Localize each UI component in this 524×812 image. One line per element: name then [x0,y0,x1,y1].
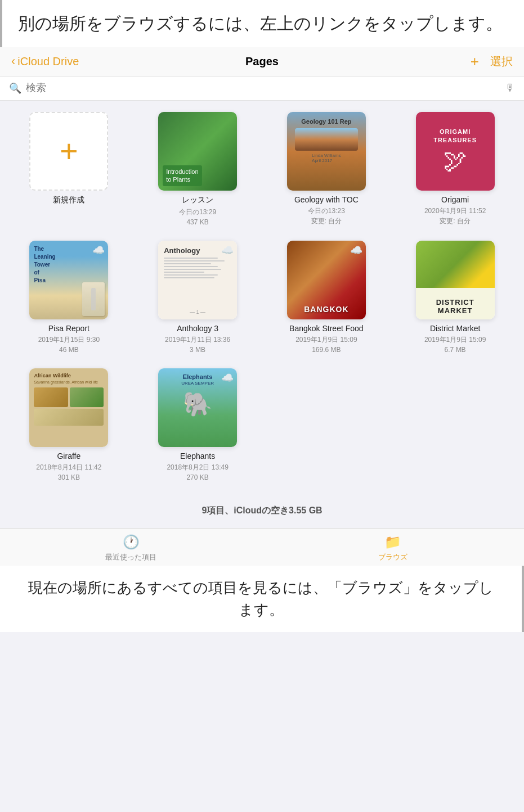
doc-title-anthology: Anthology 3 [177,324,218,333]
doc-title-lesson: レッスン [182,195,213,205]
doc-item-district[interactable]: DISTRICTMARKET District Market 2019年1月9日… [395,241,515,355]
doc-item-lesson[interactable]: Introductionto Plants レッスン 今日の13:29 437 … [138,112,258,227]
cloud-upload-icon-elephants: ☁️ [221,372,234,384]
doc-item-pisa[interactable]: TheLeaningTowerofPisa ☁️ Pisa Report 201… [9,241,129,355]
doc-meta-pisa: 2019年1月15日 9:30 46 MB [38,335,100,355]
doc-meta-origami: 2020年1月9日 11:52 変更: 自分 [424,206,486,226]
cloud-upload-icon-anthology: ☁️ [221,244,234,256]
doc-title-bangkok: Bangkok Street Food [289,324,364,333]
nav-actions: + 選択 [471,54,513,69]
doc-thumb-lesson: Introductionto Plants [158,112,237,191]
doc-item-giraffe[interactable]: African Wildlife Savanna grasslands, Afr… [9,368,129,482]
doc-meta-lesson: 今日の13:29 437 KB [179,207,216,227]
search-icon: 🔍 [9,82,21,94]
doc-thumb-bangkok: BANGKOK ☁️ [287,241,366,319]
doc-thumb-elephants: Elephants UREA SEMPER 🐘 ☁️ [158,368,237,447]
doc-title-new: 新規作成 [53,195,84,205]
search-input[interactable] [26,82,500,94]
search-bar: 🔍 🎙 [0,76,524,101]
origami-title-text: ORIGAMITREASURES [433,128,477,144]
doc-grid: + 新規作成 Introductionto Plants レッスン 今日の13:… [0,101,524,494]
tooltip-top-text: 別の場所をブラウズするには、左上のリンクをタップします。 [18,11,510,36]
nav-back-label: iCloud Drive [17,55,79,68]
tab-recent-label: 最近使った項目 [105,552,156,562]
doc-meta-bangkok: 2019年1月9日 15:09 169.6 MB [295,335,357,355]
doc-thumb-origami: ORIGAMITREASURES 🕊 [416,112,495,191]
doc-title-elephants: Elephants [180,452,215,461]
doc-item-origami[interactable]: ORIGAMITREASURES 🕊 Origami 2020年1月9日 11:… [395,112,515,227]
doc-meta-anthology: 2019年1月11日 13:36 3 MB [165,335,230,355]
doc-thumb-pisa: TheLeaningTowerofPisa ☁️ [29,241,108,319]
doc-item-anthology[interactable]: Anthology — 1 — ☁️ Anthology 3 2019年1月11… [138,241,258,355]
recent-icon: 🕐 [123,534,140,550]
doc-meta-giraffe: 2018年8月14日 11:42 301 KB [36,462,101,482]
folder-icon: 📁 [384,534,401,550]
nav-add-button[interactable]: + [471,54,479,69]
doc-title-origami: Origami [441,195,469,204]
cloud-upload-icon-pisa: ☁️ [92,244,105,256]
doc-item-elephants[interactable]: Elephants UREA SEMPER 🐘 ☁️ Elephants 201… [138,368,258,482]
tooltip-bottom-text: 現在の場所にあるすべての項目を見るには、「ブラウズ」をタップします。 [23,577,499,621]
tab-browse[interactable]: 📁 ブラウズ [262,534,525,562]
nav-bar: ‹ iCloud Drive Pages + 選択 [0,47,524,76]
doc-title-district: District Market [430,324,480,333]
plus-icon: + [60,136,78,167]
tab-recent[interactable]: 🕐 最近使った項目 [0,534,262,562]
doc-title-pisa: Pisa Report [48,324,89,333]
doc-item-geology[interactable]: Geology 101 Rep Linda WilliamsApril 2017… [267,112,387,227]
cloud-upload-icon-bangkok: ☁️ [350,244,362,256]
nav-back-button[interactable]: ‹ iCloud Drive [11,54,79,69]
doc-meta-district: 2019年1月9日 15:09 6.7 MB [424,335,486,355]
status-text: 9項目、iCloudの空き3.55 GB [201,506,322,515]
tab-browse-label: ブラウズ [378,552,407,562]
mic-icon[interactable]: 🎙 [505,82,515,94]
nav-title: Pages [245,55,279,68]
doc-title-geology: Geology with TOC [294,195,359,204]
doc-thumb-anthology: Anthology — 1 — ☁️ [158,241,237,319]
doc-item-bangkok[interactable]: BANGKOK ☁️ Bangkok Street Food 2019年1月9日… [267,241,387,355]
doc-title-giraffe: Giraffe [57,452,80,461]
doc-thumb-giraffe: African Wildlife Savanna grasslands, Afr… [29,368,108,447]
chevron-left-icon: ‹ [11,54,15,69]
doc-meta-elephants: 2018年8月2日 13:49 270 KB [167,462,228,482]
origami-bird-icon: 🕊 [444,147,467,174]
storage-status: 9項目、iCloudの空き3.55 GB [0,494,524,528]
doc-meta-geology: 今日の13:23 変更: 自分 [308,206,345,226]
doc-thumb-new: + [29,112,108,191]
tab-bar: 🕐 最近使った項目 📁 ブラウズ [0,528,524,566]
doc-thumb-district: DISTRICTMARKET [416,241,495,319]
nav-select-button[interactable]: 選択 [490,54,513,69]
doc-item-new[interactable]: + 新規作成 [9,112,129,227]
doc-thumb-geology: Geology 101 Rep Linda WilliamsApril 2017 [287,112,366,191]
